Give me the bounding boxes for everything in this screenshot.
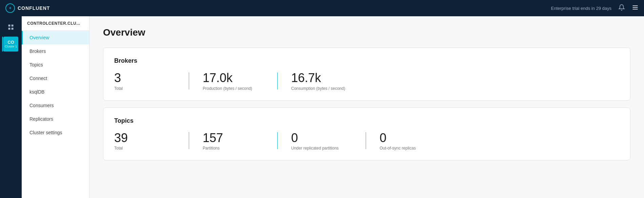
sidebar-item-ksqldb[interactable]: ksqlDB <box>22 85 89 99</box>
page-title: Overview <box>103 27 630 38</box>
topics-divider-2 <box>277 132 278 149</box>
svg-rect-3 <box>8 25 11 27</box>
sidebar-item-topics[interactable]: Topics <box>22 58 89 72</box>
topics-card: Topics 39 Total 157 Partitions 0 Under r… <box>103 107 630 161</box>
topics-total: 39 Total <box>114 131 175 151</box>
nav-sidebar: CONTROLCENTER.CLU... Overview Brokers To… <box>22 16 89 198</box>
topics-out-of-sync-value: 0 <box>380 131 441 145</box>
brokers-divider-1 <box>189 73 189 90</box>
trial-message: Enterprise trial ends in 29 days <box>551 6 611 11</box>
svg-rect-5 <box>8 28 11 30</box>
grid-icon[interactable] <box>4 20 18 34</box>
topics-divider-3 <box>366 132 366 149</box>
cluster-badge-text: CO <box>7 40 14 44</box>
topics-partitions-label: Partitions <box>203 146 264 151</box>
cluster-badge[interactable]: CO Cluster 1 <box>3 37 18 52</box>
sidebar-item-consumers[interactable]: Consumers <box>22 99 89 112</box>
brokers-consumption-value: 16.7k <box>291 71 352 85</box>
sidebar-item-brokers[interactable]: Brokers <box>22 44 89 58</box>
brokers-stats: 3 Total 17.0k Production (bytes / second… <box>114 71 619 91</box>
brokers-total-label: Total <box>114 86 175 91</box>
sidebar-item-connect[interactable]: Connect <box>22 72 89 85</box>
sidebar-item-cluster-settings[interactable]: Cluster settings <box>22 126 89 139</box>
brokers-divider-2 <box>277 73 278 90</box>
topics-out-of-sync: 0 Out-of-sync replicas <box>380 131 441 151</box>
notification-bell-icon[interactable] <box>618 4 625 13</box>
brokers-card: Brokers 3 Total 17.0k Production (bytes … <box>103 47 630 101</box>
brokers-card-title: Brokers <box>114 57 619 64</box>
brokers-production-label: Production (bytes / second) <box>203 86 264 91</box>
topics-under-replicated: 0 Under replicated partitions <box>291 131 352 151</box>
brokers-total-value: 3 <box>114 71 175 85</box>
logo-text: CONFLUENT <box>18 5 50 11</box>
main-content: Overview Brokers 3 Total 17.0k Productio… <box>89 16 644 198</box>
svg-rect-4 <box>12 25 14 27</box>
topics-partitions-value: 157 <box>203 131 264 145</box>
brokers-total: 3 Total <box>114 71 175 91</box>
hamburger-menu-icon[interactable] <box>632 4 639 13</box>
topics-card-title: Topics <box>114 117 619 124</box>
cluster-name: CONTROLCENTER.CLU... <box>22 16 89 31</box>
topics-partitions: 157 Partitions <box>203 131 264 151</box>
topics-out-of-sync-label: Out-of-sync replicas <box>380 146 441 151</box>
brokers-production-value: 17.0k <box>203 71 264 85</box>
brokers-production: 17.0k Production (bytes / second) <box>203 71 264 91</box>
brokers-consumption-label: Consumption (bytes / second) <box>291 86 352 91</box>
nav-right: Enterprise trial ends in 29 days <box>551 4 639 13</box>
top-navigation: + CONFLUENT Enterprise trial ends in 29 … <box>0 0 644 16</box>
svg-rect-6 <box>12 28 14 30</box>
brokers-consumption: 16.7k Consumption (bytes / second) <box>291 71 352 91</box>
topics-under-replicated-value: 0 <box>291 131 352 145</box>
topics-total-value: 39 <box>114 131 175 145</box>
sidebar-item-overview[interactable]: Overview <box>22 31 89 44</box>
nav-left: + CONFLUENT <box>5 3 50 13</box>
confluent-logo[interactable]: + CONFLUENT <box>5 3 50 13</box>
topics-divider-1 <box>189 132 189 149</box>
topics-stats: 39 Total 157 Partitions 0 Under replicat… <box>114 131 619 151</box>
topics-total-label: Total <box>114 146 175 151</box>
main-layout: CO Cluster 1 CONTROLCENTER.CLU... Overvi… <box>0 16 644 198</box>
cluster-badge-sub: Cluster 1 <box>5 45 17 48</box>
cluster-sidebar: CO Cluster 1 <box>0 16 22 198</box>
sidebar-item-replicators[interactable]: Replicators <box>22 112 89 126</box>
topics-under-replicated-label: Under replicated partitions <box>291 146 352 151</box>
logo-icon: + <box>5 3 15 13</box>
